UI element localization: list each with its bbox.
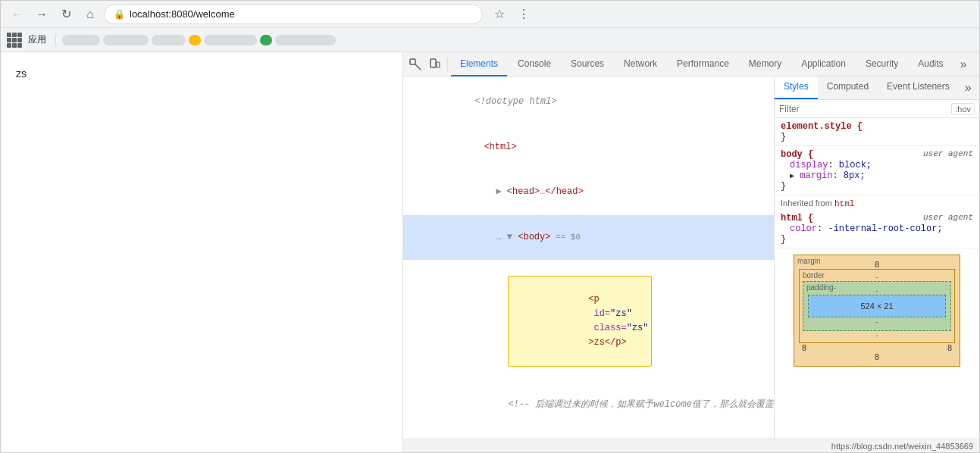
svg-line-1 xyxy=(415,64,421,70)
styles-panel: Styles Computed Event Listeners » :h xyxy=(775,77,979,439)
element-style-close: } xyxy=(781,132,973,142)
svg-rect-2 xyxy=(431,59,436,67)
dom-html-open[interactable]: <html> xyxy=(403,125,774,170)
body-selector-line: body { user agent xyxy=(781,149,973,160)
dom-p-highlight[interactable]: <p id="zs" class="zs" >zs</p> xyxy=(403,260,774,383)
address-bar[interactable]: 🔒 localhost:8080/welcome xyxy=(104,5,483,24)
dom-body-selected[interactable]: … ▼ <body> == $0 xyxy=(403,215,774,261)
box-model: margin 8 border - padding- - xyxy=(794,255,960,367)
padding-bottom-val: - xyxy=(808,317,946,326)
margin-bottom-val: 8 xyxy=(799,352,955,361)
html-rule: html { user agent color: -internal-root-… xyxy=(775,210,979,248)
dom-doctype[interactable]: <!doctype html> xyxy=(403,80,774,125)
back-button[interactable]: ← xyxy=(7,4,28,25)
tab-console[interactable]: Console xyxy=(509,52,560,77)
lock-icon: 🔒 xyxy=(114,9,125,20)
element-style-selector: element.style { xyxy=(781,121,973,132)
status-url: https://blog.csdn.net/weixin_44853669 xyxy=(831,442,973,451)
border-label: border xyxy=(803,271,825,280)
border-top-val: - xyxy=(803,273,951,281)
bookmark-item[interactable] xyxy=(260,35,272,45)
html-close-line: } xyxy=(781,234,973,245)
tab-elements[interactable]: Elements xyxy=(451,52,507,77)
bookmark-item[interactable] xyxy=(152,35,186,45)
tab-audits[interactable]: Audits xyxy=(909,52,952,77)
margin-right-val: 8 xyxy=(944,343,955,352)
styles-tab-event-listeners[interactable]: Event Listeners xyxy=(878,77,959,99)
bookmark-star-icon[interactable]: ☆ xyxy=(489,4,510,25)
element-style-rule: element.style { } xyxy=(775,118,979,146)
tab-security[interactable]: Security xyxy=(856,52,907,77)
browser-window: ← → ↻ ⌂ 🔒 localhost:8080/welcome ☆ ⋮ 应用 xyxy=(0,0,980,453)
border-bottom-val: - xyxy=(803,331,951,339)
bookmark-item[interactable] xyxy=(62,35,100,45)
tab-application[interactable]: Application xyxy=(792,52,855,77)
html-selector-line: html { user agent xyxy=(781,213,973,223)
bookmarks-bar: 应用 xyxy=(1,28,979,52)
page-content: zs xyxy=(1,52,402,452)
styles-tab-computed[interactable]: Computed xyxy=(818,77,878,99)
box-margin: margin 8 border - padding- - xyxy=(794,255,960,367)
tab-performance[interactable]: Performance xyxy=(668,52,738,77)
bookmark-divider xyxy=(55,34,56,46)
inspect-element-button[interactable] xyxy=(406,55,424,73)
page-zs-text: zs xyxy=(16,67,27,80)
nav-right: ☆ ⋮ xyxy=(489,4,534,25)
box-border: border - padding- - 524 × 21 xyxy=(799,269,955,343)
body-prop2-line: ▶ margin: 8px; xyxy=(781,170,973,181)
main-area: zs Elemen xyxy=(1,52,979,452)
styles-subtabs: Styles Computed Event Listeners » xyxy=(775,77,979,100)
forward-button[interactable]: → xyxy=(31,4,52,25)
html-prop-line: color: -internal-root-color; xyxy=(781,223,973,234)
box-padding: padding- - 524 × 21 - xyxy=(803,281,951,331)
margin-triangle[interactable]: ▶ xyxy=(790,172,794,180)
dom-head[interactable]: ▶ <head>…</head> xyxy=(403,170,774,215)
bookmark-item[interactable] xyxy=(204,35,257,45)
styles-filter-input[interactable] xyxy=(779,104,951,114)
body-rule: body { user agent display: block; ▶ marg… xyxy=(775,146,979,195)
devtools-body: <!doctype html> <html> ▶ <head>…</head> … xyxy=(403,77,979,439)
body-prop1-line: display: block; xyxy=(781,160,973,170)
bookmark-item[interactable] xyxy=(103,35,149,45)
devtools-panel: Elements Console Sources Network Perform… xyxy=(402,52,979,452)
apps-bookmark[interactable]: 应用 xyxy=(25,32,49,48)
tab-network[interactable]: Network xyxy=(615,52,666,77)
inherited-from-label: Inherited from html xyxy=(775,195,979,210)
margin-left-val: 8 xyxy=(799,343,809,352)
device-toggle-button[interactable] xyxy=(426,55,444,73)
home-button[interactable]: ⌂ xyxy=(80,4,101,25)
margin-label: margin xyxy=(797,257,821,265)
styles-filter-bar: :hov xyxy=(775,100,979,118)
dom-comment1: <!-- 后端调过来的时候，如果赋予welcome值了，那么就会覆盖Welcom… xyxy=(403,383,774,428)
tab-memory[interactable]: Memory xyxy=(740,52,791,77)
toolbar-divider xyxy=(447,57,448,72)
margin-top-val: 8 xyxy=(799,260,955,269)
padding-label: padding- xyxy=(806,283,836,292)
filter-hov-button[interactable]: :hov xyxy=(951,103,975,115)
content-size: 524 × 21 xyxy=(860,301,893,311)
dom-comment2: grocery store!, 如果后端 xyxy=(403,427,774,439)
status-bar: https://blog.csdn.net/weixin_44853669 xyxy=(403,439,979,452)
devtools-toolbar: Elements Console Sources Network Perform… xyxy=(403,52,979,77)
styles-tab-styles[interactable]: Styles xyxy=(775,77,818,99)
menu-icon[interactable]: ⋮ xyxy=(513,4,534,25)
body-close-line: } xyxy=(781,181,973,192)
bookmark-item[interactable] xyxy=(189,35,201,45)
more-tabs-button[interactable]: » xyxy=(954,52,973,77)
tab-sources[interactable]: Sources xyxy=(562,52,613,77)
dom-panel[interactable]: <!doctype html> <html> ▶ <head>…</head> … xyxy=(403,77,775,439)
nav-bar: ← → ↻ ⌂ 🔒 localhost:8080/welcome ☆ ⋮ xyxy=(1,1,979,28)
bookmark-item[interactable] xyxy=(275,35,336,45)
box-model-section: margin 8 border - padding- - xyxy=(775,248,979,373)
styles-more-tabs[interactable]: » xyxy=(959,77,978,99)
box-content: 524 × 21 xyxy=(808,295,946,317)
svg-rect-0 xyxy=(410,59,415,64)
apps-grid-icon xyxy=(7,33,22,48)
margin-sides: 8 8 xyxy=(799,343,955,352)
svg-rect-3 xyxy=(437,62,440,67)
url-text: localhost:8080/welcome xyxy=(130,8,473,20)
refresh-button[interactable]: ↻ xyxy=(55,4,77,25)
apps-launcher[interactable] xyxy=(7,33,22,48)
